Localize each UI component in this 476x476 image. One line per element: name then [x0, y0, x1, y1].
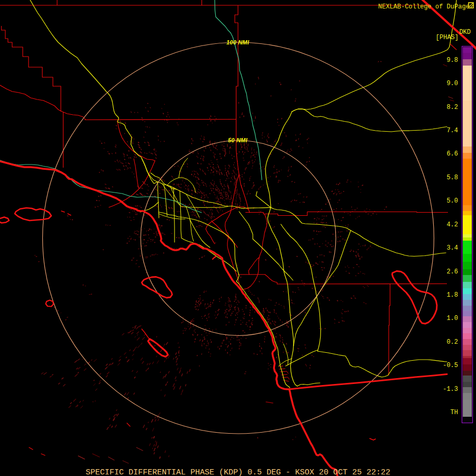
svg-text:50 NMI: 50 NMI — [228, 137, 248, 143]
svg-text:[PHAS]: [PHAS] — [436, 34, 459, 41]
svg-text:SPECIFIC DIFFERENTIAL PHASE (K: SPECIFIC DIFFERENTIAL PHASE (KDP) 0.5 DE… — [86, 468, 390, 476]
svg-text:TH: TH — [451, 409, 458, 416]
svg-text:-1.3: -1.3 — [443, 386, 458, 393]
svg-text:4.2: 4.2 — [446, 221, 458, 228]
svg-text:-0.5: -0.5 — [443, 362, 458, 369]
svg-text:3.4: 3.4 — [446, 244, 458, 252]
svg-text:0.2: 0.2 — [446, 338, 458, 346]
svg-text:5.8: 5.8 — [446, 174, 458, 181]
svg-text:1.0: 1.0 — [446, 315, 458, 322]
svg-text:5.0: 5.0 — [446, 197, 458, 205]
svg-text:2.6: 2.6 — [446, 268, 458, 276]
svg-text:7.4: 7.4 — [446, 127, 458, 134]
svg-text:DKD: DKD — [459, 29, 471, 36]
svg-text:NEXLAB-College of DuPage: NEXLAB-College of DuPage — [378, 3, 470, 11]
svg-text:1.8: 1.8 — [446, 291, 458, 299]
svg-text:8.2: 8.2 — [446, 104, 458, 111]
svg-text:9.0: 9.0 — [446, 80, 458, 87]
svg-text:100 NMI: 100 NMI — [226, 39, 250, 45]
svg-text:6.6: 6.6 — [446, 150, 458, 158]
svg-text:9.8: 9.8 — [446, 57, 458, 64]
